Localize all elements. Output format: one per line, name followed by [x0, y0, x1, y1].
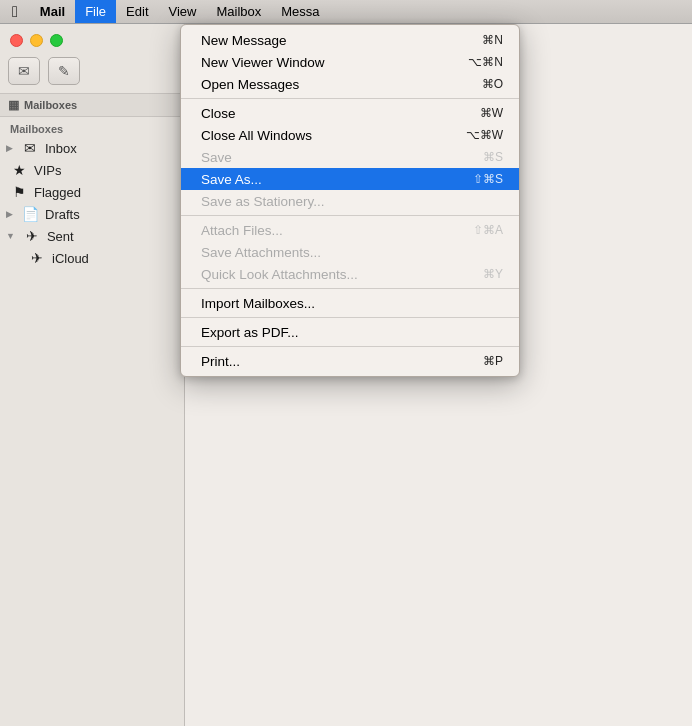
drafts-label: Drafts: [45, 207, 80, 222]
minimize-button[interactable]: [30, 34, 43, 47]
menu-item-label-save-as: Save As...: [201, 172, 453, 187]
menu-item-label-quick-look: Quick Look Attachments...: [201, 267, 463, 282]
menu-item-label-save: Save: [201, 150, 463, 165]
menu-item-save-as[interactable]: Save As...⇧⌘S: [181, 168, 519, 190]
inbox-icon: ✉: [21, 140, 39, 156]
menu-item-shortcut-quick-look: ⌘Y: [483, 267, 503, 281]
separator-after-open-messages: [181, 98, 519, 99]
menu-item-label-open-messages: Open Messages: [201, 77, 462, 92]
menu-item-label-new-viewer: New Viewer Window: [201, 55, 448, 70]
app-body: ✉ ✎ ▦ Mailboxes Mailboxes ▶ ✉ Inbox ★ VI…: [0, 24, 692, 726]
menu-item-shortcut-print: ⌘P: [483, 354, 503, 368]
vips-label: VIPs: [34, 163, 61, 178]
menu-item-shortcut-close: ⌘W: [480, 106, 503, 120]
menu-item-shortcut-close-all: ⌥⌘W: [466, 128, 503, 142]
menu-item-shortcut-save: ⌘S: [483, 150, 503, 164]
maximize-button[interactable]: [50, 34, 63, 47]
separator-after-save-stationery: [181, 215, 519, 216]
menu-item-attach-files: Attach Files...⇧⌘A: [181, 219, 519, 241]
separator-after-export-pdf: [181, 346, 519, 347]
menubar-file[interactable]: File: [75, 0, 116, 23]
flagged-icon: ⚑: [10, 184, 28, 200]
menu-item-shortcut-attach-files: ⇧⌘A: [473, 223, 503, 237]
menu-item-label-export-pdf: Export as PDF...: [201, 325, 503, 340]
sidebar-item-sent[interactable]: ▼ ✈ Sent: [0, 225, 184, 247]
menubar-view[interactable]: View: [159, 0, 207, 23]
inbox-arrow: ▶: [6, 143, 13, 153]
sidebar-item-drafts[interactable]: ▶ 📄 Drafts: [0, 203, 184, 225]
sent-icon: ✈: [23, 228, 41, 244]
menu-item-label-attach-files: Attach Files...: [201, 223, 453, 238]
sidebar-item-vips[interactable]: ★ VIPs: [0, 159, 184, 181]
menu-item-label-import-mailboxes: Import Mailboxes...: [201, 296, 503, 311]
menu-item-shortcut-new-message: ⌘N: [482, 33, 503, 47]
menubar-edit[interactable]: Edit: [116, 0, 158, 23]
menu-item-new-viewer[interactable]: New Viewer Window⌥⌘N: [181, 51, 519, 73]
file-dropdown-menu: New Message⌘NNew Viewer Window⌥⌘NOpen Me…: [180, 24, 520, 377]
menu-item-open-messages[interactable]: Open Messages⌘O: [181, 73, 519, 95]
toolbar: ✉ ✎: [0, 53, 184, 93]
sidebar-section-header: ▦ Mailboxes: [0, 93, 184, 117]
flagged-label: Flagged: [34, 185, 81, 200]
sidebar-top-label: Mailboxes: [0, 117, 184, 137]
menu-item-label-new-message: New Message: [201, 33, 462, 48]
mailboxes-section-label: Mailboxes: [24, 99, 77, 111]
compose-icon[interactable]: ✉: [8, 57, 40, 85]
sent-label: Sent: [47, 229, 74, 244]
icloud-icon: ✈: [28, 250, 46, 266]
menu-item-shortcut-open-messages: ⌘O: [482, 77, 503, 91]
menubar-message[interactable]: Messa: [271, 0, 329, 23]
close-button[interactable]: [10, 34, 23, 47]
window-controls: [0, 24, 184, 53]
menu-item-label-save-attachments: Save Attachments...: [201, 245, 503, 260]
menu-item-print[interactable]: Print...⌘P: [181, 350, 519, 372]
menu-item-close[interactable]: Close⌘W: [181, 102, 519, 124]
sidebar-item-icloud[interactable]: ✈ iCloud: [0, 247, 184, 269]
menubar:  Mail File Edit View Mailbox Messa: [0, 0, 692, 24]
menu-item-export-pdf[interactable]: Export as PDF...: [181, 321, 519, 343]
sidebar-item-inbox[interactable]: ▶ ✉ Inbox: [0, 137, 184, 159]
drafts-icon: 📄: [21, 206, 39, 222]
main-content: New Message⌘NNew Viewer Window⌥⌘NOpen Me…: [185, 24, 692, 726]
separator-after-quick-look: [181, 288, 519, 289]
inbox-label: Inbox: [45, 141, 77, 156]
menu-item-quick-look: Quick Look Attachments...⌘Y: [181, 263, 519, 285]
menu-item-label-close: Close: [201, 106, 460, 121]
menu-item-save-attachments: Save Attachments...: [181, 241, 519, 263]
new-note-icon[interactable]: ✎: [48, 57, 80, 85]
vips-icon: ★: [10, 162, 28, 178]
menu-item-save-stationery: Save as Stationery...: [181, 190, 519, 212]
menu-item-shortcut-save-as: ⇧⌘S: [473, 172, 503, 186]
sidebar-item-flagged[interactable]: ⚑ Flagged: [0, 181, 184, 203]
menubar-mailbox[interactable]: Mailbox: [206, 0, 271, 23]
menu-item-label-close-all: Close All Windows: [201, 128, 446, 143]
apple-menu[interactable]: : [0, 0, 30, 23]
menu-item-new-message[interactable]: New Message⌘N: [181, 29, 519, 51]
sent-arrow: ▼: [6, 231, 15, 241]
menu-item-import-mailboxes[interactable]: Import Mailboxes...: [181, 292, 519, 314]
menu-item-save: Save⌘S: [181, 146, 519, 168]
separator-after-import-mailboxes: [181, 317, 519, 318]
mailboxes-icon: ▦: [8, 98, 19, 112]
menu-item-shortcut-new-viewer: ⌥⌘N: [468, 55, 503, 69]
menu-item-label-save-stationery: Save as Stationery...: [201, 194, 503, 209]
drafts-arrow: ▶: [6, 209, 13, 219]
menubar-mail[interactable]: Mail: [30, 0, 75, 23]
menu-item-close-all[interactable]: Close All Windows⌥⌘W: [181, 124, 519, 146]
sidebar: ✉ ✎ ▦ Mailboxes Mailboxes ▶ ✉ Inbox ★ VI…: [0, 24, 185, 726]
icloud-label: iCloud: [52, 251, 89, 266]
menu-item-label-print: Print...: [201, 354, 463, 369]
